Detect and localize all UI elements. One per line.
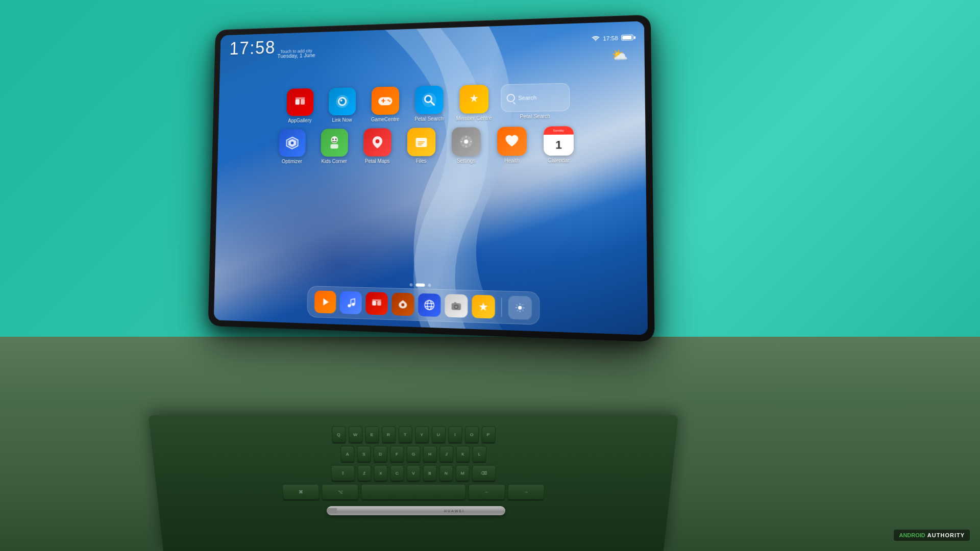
petalmaps-svg [370, 134, 385, 151]
key-b[interactable]: B [423, 465, 437, 481]
dock-music-icon [345, 297, 356, 309]
dock-themes-icon [397, 298, 408, 310]
page-dot-3[interactable] [428, 284, 431, 287]
search-widget-text: Search [518, 94, 536, 101]
key-right[interactable]: → [507, 484, 545, 499]
key-k[interactable]: K [456, 446, 470, 462]
files-label: Files [416, 158, 427, 164]
key-t[interactable]: T [398, 427, 412, 443]
key-l[interactable]: L [472, 446, 486, 462]
dock-camera[interactable] [445, 294, 468, 318]
linknow-label: Link Now [332, 117, 352, 123]
petalsearch-widget-container[interactable]: Search Petal Search [501, 83, 570, 121]
page-dot-2[interactable] [415, 283, 425, 287]
key-r[interactable]: R [381, 427, 396, 443]
key-s[interactable]: S [357, 446, 371, 462]
dock-settings-icon [514, 302, 526, 314]
dock-appgallery[interactable] [365, 292, 388, 315]
weather-icon: ⛅ [611, 48, 628, 63]
key-w[interactable]: W [348, 427, 362, 443]
app-kidscorner[interactable]: Kids Corner [316, 129, 352, 164]
page-dots [409, 283, 431, 287]
files-svg [413, 134, 430, 150]
svg-rect-1 [301, 99, 305, 105]
key-i[interactable]: I [448, 427, 462, 443]
key-n[interactable]: N [439, 465, 453, 481]
key-q[interactable]: Q [331, 427, 346, 443]
key-p[interactable]: P [481, 427, 496, 443]
key-shift[interactable]: ⇧ [331, 465, 355, 481]
app-appgallery[interactable]: AppGallery [283, 88, 317, 123]
membercentre-icon [459, 85, 488, 114]
app-files[interactable]: Files [403, 128, 440, 164]
key-z[interactable]: Z [357, 465, 372, 481]
app-gamecentre[interactable]: GameCentre [368, 86, 403, 122]
dock-themes[interactable] [391, 292, 414, 316]
dock-video[interactable] [314, 290, 336, 313]
app-settings[interactable]: Settings [448, 127, 485, 164]
svg-rect-34 [372, 299, 381, 302]
key-h[interactable]: H [423, 446, 437, 462]
key-backspace[interactable]: ⌫ [472, 465, 496, 481]
apps-container: AppGallery Link Now [222, 82, 640, 170]
app-optimizer[interactable]: Optimizer [275, 129, 309, 164]
app-health[interactable]: Health [493, 127, 531, 164]
watermark-authority: AUTHORITY [927, 532, 965, 538]
calendar-inner: Sunday 1 [544, 126, 574, 156]
key-m[interactable]: M [455, 465, 470, 481]
dock-browser[interactable] [418, 293, 440, 317]
search-widget[interactable]: Search [501, 83, 570, 112]
key-d[interactable]: D [374, 446, 388, 462]
settings-label: Settings [457, 158, 476, 164]
svg-rect-32 [372, 301, 376, 306]
app-linknow[interactable]: Link Now [325, 87, 360, 123]
key-left[interactable]: ← [468, 484, 505, 499]
key-space[interactable] [361, 484, 466, 499]
svg-rect-23 [416, 138, 421, 140]
key-cmd[interactable]: ⌘ [282, 484, 320, 499]
settings-svg [458, 133, 474, 149]
key-o[interactable]: O [464, 427, 479, 443]
key-g[interactable]: G [406, 446, 420, 462]
dock-separator [501, 297, 502, 316]
key-j[interactable]: J [439, 446, 454, 462]
key-c[interactable]: C [390, 465, 404, 481]
dock-video-icon [320, 296, 330, 308]
key-a[interactable]: A [340, 446, 355, 462]
petalsearch-label: Petal Search [414, 116, 444, 122]
weather-widget: ⛅ [611, 48, 628, 63]
app-membercentre[interactable]: Member Centre [455, 85, 493, 121]
key-y[interactable]: Y [415, 427, 429, 443]
petalmaps-icon [363, 128, 391, 156]
health-label: Health [504, 158, 520, 163]
dock-game[interactable] [472, 295, 495, 319]
key-e[interactable]: E [365, 427, 379, 443]
dock-music[interactable] [339, 291, 361, 314]
key-x[interactable]: X [374, 465, 387, 481]
wifi-icon [592, 36, 600, 41]
svg-line-38 [425, 304, 434, 304]
key-u[interactable]: U [431, 427, 446, 443]
key-alt[interactable]: ⌥ [322, 484, 359, 499]
svg-rect-9 [383, 99, 384, 103]
gamecentre-svg [377, 93, 393, 108]
app-calendar[interactable]: Sunday 1 Calendar [540, 126, 578, 163]
battery-indicator [621, 35, 633, 41]
svg-rect-25 [418, 143, 424, 144]
dock-settings[interactable] [508, 296, 531, 320]
key-f[interactable]: F [390, 446, 404, 462]
keyboard-row-1: Q W E R T Y U I O P [166, 427, 661, 443]
watermark-android: ANDROID [899, 532, 925, 538]
svg-rect-20 [330, 144, 338, 148]
app-petalmaps[interactable]: Petal Maps [359, 128, 395, 164]
key-v[interactable]: V [407, 465, 421, 481]
health-icon [497, 127, 527, 156]
app-petalsearch[interactable]: Petal Search [411, 86, 448, 122]
page-dot-1[interactable] [409, 283, 412, 286]
appgallery-icon [286, 88, 313, 116]
status-time: 17:58 [603, 35, 618, 41]
search-widget-icon [507, 94, 515, 102]
svg-line-39 [425, 307, 434, 307]
wallpaper [214, 21, 648, 335]
dock-browser-icon [424, 299, 435, 311]
